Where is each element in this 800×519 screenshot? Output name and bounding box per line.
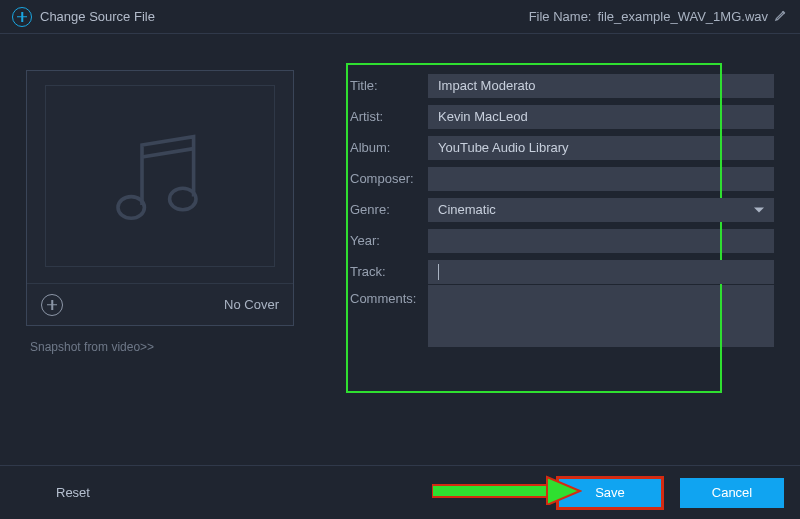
row-comments: Comments: [350, 285, 780, 347]
year-input[interactable] [428, 229, 774, 253]
svg-rect-2 [432, 485, 547, 497]
reset-button[interactable]: Reset [56, 485, 90, 500]
footer-bar: Reset Save Cancel [0, 465, 800, 519]
album-input[interactable] [428, 136, 774, 160]
cover-box: No Cover [26, 70, 294, 326]
change-source-button[interactable]: Change Source File [12, 7, 155, 27]
snapshot-from-video-link[interactable]: Snapshot from video>> [30, 340, 154, 354]
no-cover-label: No Cover [224, 297, 279, 312]
add-cover-button[interactable] [41, 294, 63, 316]
row-track: Track: [350, 256, 780, 287]
save-button[interactable]: Save [558, 478, 662, 508]
main-area: No Cover Snapshot from video>> Title: Ar… [0, 34, 800, 354]
track-input[interactable] [428, 260, 774, 284]
cover-art-placeholder [45, 85, 275, 267]
file-name-display: File Name: file_example_WAV_1MG.wav [529, 8, 788, 25]
artist-input[interactable] [428, 105, 774, 129]
file-name-value: file_example_WAV_1MG.wav [597, 9, 768, 24]
svg-point-0 [118, 196, 144, 218]
row-artist: Artist: [350, 101, 780, 132]
music-note-icon [100, 115, 220, 238]
row-year: Year: [350, 225, 780, 256]
row-composer: Composer: [350, 163, 780, 194]
row-genre: Genre: Cinematic [350, 194, 780, 225]
genre-select[interactable]: Cinematic [428, 198, 774, 222]
svg-point-1 [170, 188, 196, 210]
footer-buttons: Save Cancel [558, 478, 784, 508]
top-bar: Change Source File File Name: file_examp… [0, 0, 800, 34]
genre-label: Genre: [350, 202, 428, 217]
composer-label: Composer: [350, 171, 428, 186]
title-input[interactable] [428, 74, 774, 98]
chevron-down-icon [754, 207, 764, 212]
cover-bottom-bar: No Cover [27, 283, 293, 325]
comments-label: Comments: [350, 285, 428, 306]
cancel-button[interactable]: Cancel [680, 478, 784, 508]
comments-input[interactable] [428, 285, 774, 347]
album-label: Album: [350, 140, 428, 155]
change-source-label: Change Source File [40, 9, 155, 24]
genre-value: Cinematic [438, 202, 496, 217]
metadata-form: Title: Artist: Album: Composer: Genre: C… [350, 70, 780, 354]
file-name-label: File Name: [529, 9, 592, 24]
text-caret [438, 264, 439, 280]
artist-label: Artist: [350, 109, 428, 124]
edit-filename-button[interactable] [774, 8, 788, 25]
track-label: Track: [350, 264, 428, 279]
cover-column: No Cover Snapshot from video>> [20, 70, 310, 354]
title-label: Title: [350, 78, 428, 93]
composer-input[interactable] [428, 167, 774, 191]
row-album: Album: [350, 132, 780, 163]
row-title: Title: [350, 70, 780, 101]
year-label: Year: [350, 233, 428, 248]
plus-circle-icon [12, 7, 32, 27]
